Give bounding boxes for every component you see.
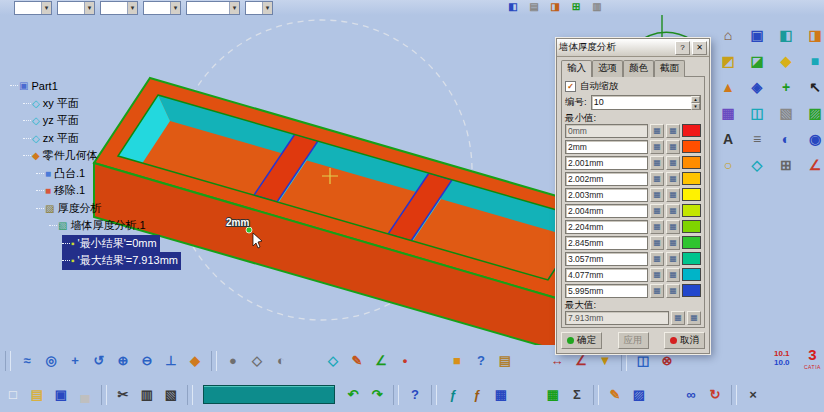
fly-mode-icon[interactable]: ≈ <box>16 350 38 372</box>
view-mode-icon[interactable]: ◧ <box>505 0 521 14</box>
ok-button[interactable]: 确定 <box>561 332 602 349</box>
hide-show-icon[interactable]: ◐ <box>270 350 292 372</box>
shell-tool-icon[interactable]: ◈ <box>745 76 769 99</box>
cut-icon[interactable]: ✂ <box>112 384 134 406</box>
color-swatch[interactable] <box>682 284 701 297</box>
toolbar-gap[interactable] <box>294 350 320 372</box>
toolbar-combo-3[interactable]: ▾ <box>100 1 138 15</box>
row-option-button[interactable]: ▦ <box>650 188 664 202</box>
row-option-button[interactable]: ▦ <box>650 284 664 298</box>
whats-this-icon[interactable]: ? <box>470 350 492 372</box>
toolbar-gap[interactable] <box>514 384 540 406</box>
plane-tool-icon[interactable]: ◇ <box>322 350 344 372</box>
row-option-button[interactable]: ▦ <box>666 188 680 202</box>
depth-effect-icon[interactable]: ◇ <box>745 154 769 177</box>
point-tool-icon[interactable]: • <box>394 350 416 372</box>
row-option-button[interactable]: ▦ <box>650 124 664 138</box>
separator[interactable] <box>593 385 599 405</box>
fx-icon[interactable]: ƒ <box>442 384 464 406</box>
open-folder-icon[interactable]: ▤ <box>26 384 48 406</box>
tab-input[interactable]: 输入 <box>561 60 592 77</box>
tab-colors[interactable]: 颜色 <box>623 60 654 77</box>
dialog-titlebar[interactable]: 墙体厚度分析 ? ✕ <box>557 39 709 57</box>
axis-icon[interactable]: ∠ <box>803 154 824 177</box>
crosshair-icon[interactable]: + <box>774 76 798 99</box>
pocket-tool-icon[interactable]: ◩ <box>716 50 740 73</box>
fit-all-icon[interactable]: ◎ <box>40 350 62 372</box>
row-option-button[interactable]: ▦ <box>650 156 664 170</box>
color-swatch[interactable] <box>682 220 701 233</box>
toolbar-gap[interactable] <box>418 350 444 372</box>
color-swatch[interactable] <box>682 268 701 281</box>
dropdown-arrow-icon[interactable]: ▾ <box>262 2 272 14</box>
spin-down-icon[interactable]: ▾ <box>691 103 700 110</box>
chamfer-tool-icon[interactable]: ■ <box>803 50 824 73</box>
snap-grid-icon[interactable]: ⊞ <box>568 0 584 14</box>
draft-tool-icon[interactable]: ▲ <box>716 76 740 99</box>
color-swatch[interactable] <box>682 172 701 185</box>
threshold-field[interactable]: 3.057mm <box>565 252 648 266</box>
tree-item-wall-thickness-analysis-1[interactable]: ▧ 墙体厚度分析.1 <box>49 217 146 235</box>
row-option-button[interactable]: ▦ <box>650 140 664 154</box>
ruler-icon[interactable]: ▥ <box>589 0 605 14</box>
scale-tool-icon[interactable]: ▧ <box>774 102 798 125</box>
save-icon[interactable]: ▣ <box>50 384 72 406</box>
select-cursor-icon[interactable]: ↖ <box>803 76 824 99</box>
tree-item-part1[interactable]: ▣ Part1 <box>10 77 58 95</box>
separator[interactable] <box>731 385 737 405</box>
row-option-button[interactable]: ▦ <box>666 140 680 154</box>
threshold-field[interactable]: 2.001mm <box>565 156 648 170</box>
print-icon[interactable]: ▄ <box>74 384 96 406</box>
row-option-button[interactable]: ▦ <box>650 172 664 186</box>
color-swatch[interactable] <box>682 124 701 137</box>
separator[interactable] <box>393 385 399 405</box>
paste-icon[interactable]: ▧ <box>160 384 182 406</box>
threshold-field[interactable]: 2.845mm <box>565 236 648 250</box>
dialog-close-button[interactable]: ✕ <box>692 41 707 55</box>
knowledge-inspector-icon[interactable]: ƒ <box>466 384 488 406</box>
separator[interactable] <box>211 351 217 371</box>
toolbar-combo-6[interactable]: ▾ <box>245 1 273 15</box>
3d-annotation-icon[interactable]: ▨ <box>628 384 650 406</box>
row-option-button[interactable]: ▦ <box>650 236 664 250</box>
color-swatch[interactable] <box>682 204 701 217</box>
row-option-button[interactable]: ▦ <box>666 236 680 250</box>
threshold-field[interactable]: 5.995mm <box>565 284 648 298</box>
catalog-browser-icon[interactable]: ▤ <box>494 350 516 372</box>
dropdown-arrow-icon[interactable]: ▾ <box>41 2 51 14</box>
fillet-tool-icon[interactable]: ◆ <box>774 50 798 73</box>
threshold-field[interactable]: 2.004mm <box>565 204 648 218</box>
help-icon[interactable]: ? <box>404 384 426 406</box>
row-option-button[interactable]: ▦ <box>650 220 664 234</box>
color-swatch[interactable] <box>682 140 701 153</box>
tree-item-part-body[interactable]: ◆ 零件几何体 <box>23 147 98 165</box>
row-option-button[interactable]: ▦ <box>687 311 701 325</box>
grid-icon[interactable]: ⊞ <box>774 154 798 177</box>
toolbar-gap[interactable] <box>518 350 544 372</box>
part-design-icon[interactable]: ◧ <box>774 24 798 47</box>
separator[interactable] <box>101 385 107 405</box>
tree-item-zx-plane[interactable]: ◇ zx 平面 <box>23 130 79 148</box>
row-option-button[interactable]: ▦ <box>666 220 680 234</box>
row-option-button[interactable]: ▦ <box>666 204 680 218</box>
measure-update-icon[interactable]: 10.1 10.0 <box>774 349 790 367</box>
tree-item-min-result[interactable]: ▪ '最小结果'=0mm <box>62 235 160 253</box>
row-option-button[interactable]: ▦ <box>666 284 680 298</box>
spin-up-icon[interactable]: ▴ <box>691 96 700 103</box>
window-icon[interactable]: ▣ <box>745 24 769 47</box>
rotate-icon[interactable]: ↺ <box>88 350 110 372</box>
separator[interactable] <box>187 385 193 405</box>
tree-item-remove-1[interactable]: ■ 移除.1 <box>36 182 85 200</box>
shaft-tool-icon[interactable]: ◪ <box>745 50 769 73</box>
row-option-button[interactable]: ▦ <box>666 156 680 170</box>
layer-icon[interactable]: ≡ <box>745 128 769 151</box>
dropdown-arrow-icon[interactable]: ▾ <box>84 2 94 14</box>
separator[interactable] <box>5 351 11 371</box>
threshold-field[interactable]: 2mm <box>565 140 648 154</box>
toolbar-combo-2[interactable]: ▾ <box>57 1 95 15</box>
formula-icon[interactable]: Σ <box>566 384 588 406</box>
tree-item-max-result[interactable]: ▪ '最大结果'=7.913mm <box>62 252 181 270</box>
color-swatch[interactable] <box>682 236 701 249</box>
tree-item-yz-plane[interactable]: ◇ yz 平面 <box>23 112 79 130</box>
layer-filter-icon[interactable]: ▤ <box>526 0 542 14</box>
